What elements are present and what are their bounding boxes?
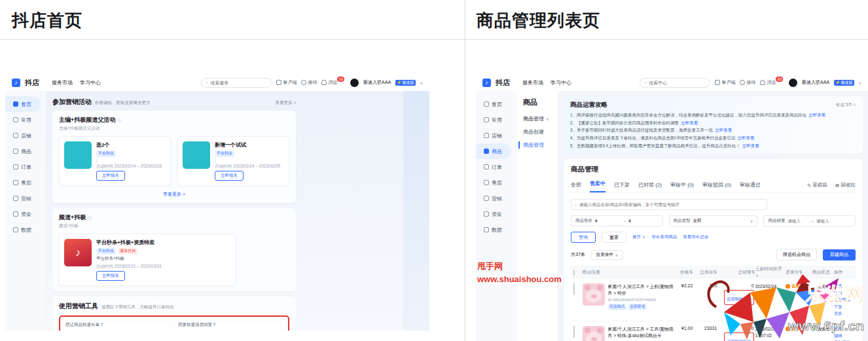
price-min-input[interactable] [600,219,621,223]
sales-filter[interactable]: 商品销量 – [763,215,856,226]
tab-approved[interactable]: 审核通过 [740,181,761,192]
sidebar-item-goods[interactable]: 商品 [476,143,511,159]
tab-banned[interactable]: 已封禁 (2) [638,181,662,192]
tab-in-review[interactable]: 审核中 (0) [670,181,694,192]
campaign-see-more-link[interactable]: 查看更多 > [275,100,296,106]
op-preview-link[interactable]: 预览 [834,283,853,289]
flash-sale-highlight-box: 设置限时抢购 [724,332,754,341]
submenu-item-product-create[interactable]: 商品创建 [523,128,558,135]
sidebar-item-common[interactable]: 常用 [476,112,516,128]
guide-collapse-control[interactable]: 收起 5/5 ∧ [836,102,856,108]
campaign-card[interactable]: ♪ 平台秒杀+抖极+资质特卖 平台秒杀 服务扶持 平台秒杀+抖极 活动时间 20… [59,234,236,286]
sidebar-item-orders[interactable]: 订单 [5,159,46,175]
op-edit-link[interactable]: 编辑 [834,291,853,296]
select-all-checkbox[interactable] [573,270,575,276]
sales-max-input[interactable] [816,219,837,223]
recycle-bin-button[interactable]: ♻回收站 [835,182,856,188]
sidebar-item-common[interactable]: 常用 [5,112,46,128]
header-price[interactable]: 价格⇅ [675,269,695,276]
row-checkbox[interactable] [573,325,575,338]
submenu-item-product-manage[interactable]: 商品管理 [518,141,558,149]
campaign-card-title: 新增一个试试 [215,141,280,149]
nav-search[interactable]: ⌕ [201,78,272,88]
price-max-input[interactable] [634,219,655,223]
nav-client-button[interactable]: 客户端 [276,79,297,86]
drafts-button[interactable]: ✎草稿箱 [807,182,827,188]
more-campaigns-link[interactable]: 查看更多 > [59,191,289,198]
expand-filters-link[interactable]: 展开 ∨ [632,234,645,240]
nav-search-input[interactable] [649,81,706,85]
set-flash-sale-link[interactable]: 设置限时抢购 [727,296,751,301]
sales-min-input[interactable] [787,219,808,223]
price-filter[interactable]: 商品售价 ¥ – ¥ [571,215,663,226]
signup-button[interactable]: 立即报名 [96,271,125,281]
sidebar-item-home[interactable]: 首页 [5,96,41,112]
nav-search[interactable]: ⌕ [640,78,710,88]
new-product-button[interactable]: 新建商品 [823,249,856,260]
sidebar-item-data[interactable]: 数据 [476,222,516,238]
nav-service-market[interactable]: 服务市场 [522,79,543,86]
header-sales[interactable]: 总销量⇅ [719,269,755,276]
product-title[interactable]: 家庭/个人清洁工具 > 上机/宠物用具 > 特价 [608,283,676,295]
sidebar-item-home[interactable]: 首页 [476,96,516,112]
sidebar-item-aftersales[interactable]: 售后 [5,175,46,190]
sidebar-item-marketing[interactable]: 营销 [476,190,516,206]
nav-message-button[interactable]: 消息 20 [760,79,784,86]
nav-message-button[interactable]: 消息 20 [321,79,346,86]
guide-item-link[interactable]: 立即查看 [737,135,754,140]
reset-button[interactable]: 重置 [602,232,626,243]
sidebar-item-shop[interactable]: 店铺 [476,128,516,143]
nav-client-button[interactable]: 客户端 [715,79,735,86]
export-history-link[interactable]: 查看导出记录 [683,234,708,240]
batch-actions-select[interactable]: 批量操作∨ [591,250,623,260]
product-search-input[interactable] [579,202,763,207]
header-listed-time[interactable]: 上架时间降序 ∨ [755,266,786,279]
chevron-down-icon[interactable]: ∨ [859,81,861,85]
header-quality-score[interactable]: 质量分⇅ [786,269,812,276]
sidebar-item-aftersales[interactable]: 售后 [476,175,516,190]
nav-learning-center[interactable]: 学习中心 [80,79,101,86]
nav-service-market[interactable]: 服务市场 [52,79,73,86]
product-search[interactable]: ⌕ [571,199,767,210]
op-more-link[interactable]: 更多 [834,311,853,317]
tab-rejected[interactable]: 审核驳回 (0) [702,181,731,192]
avatar[interactable] [789,79,797,87]
nav-learning-center[interactable]: 学习中心 [551,79,571,86]
header-stock[interactable]: 总库存⇅ [695,269,719,276]
sidebar-item-funds[interactable]: 资金 [5,206,46,222]
tab-off-shelf[interactable]: 已下架 [614,181,630,192]
sidebar-item-data[interactable]: 数据 [5,222,46,238]
avatar[interactable] [350,79,359,87]
tab-on-sale[interactable]: 售卖中 [590,180,606,192]
op-preview-link[interactable]: 预览 [834,326,853,332]
guide-item-link[interactable]: 立即查看 [715,128,732,132]
type-filter-select[interactable]: 商品类型 全部 ∨ [669,215,758,226]
campaign-card[interactable]: 新增一个试试 平台秒杀 | 活动时间 2023/02/24 – 2023/02/… [177,136,289,186]
signup-button[interactable]: 立即报名 [215,171,244,181]
nav-reception-button[interactable]: 接待 [301,79,317,86]
op-edit-link[interactable]: 编辑 [834,333,853,339]
guide-item-link[interactable]: 立即查看 [742,143,759,148]
nav-search-input[interactable] [210,81,267,85]
tab-all[interactable]: 全部 [571,181,581,192]
nav-reception-button[interactable]: 接待 [740,79,755,86]
filter-opportunity-button[interactable]: 筛选机会商品 [776,249,817,260]
row-checkbox[interactable] [573,283,575,295]
product-title[interactable]: 家庭/个人清洁工具 > 工具/宠物用具 > 特殊-多sku测试商品卡 [608,326,676,338]
op-copy-link[interactable]: 复制商品 [834,297,853,303]
sidebar-item-orders[interactable]: 订单 [476,159,516,175]
signup-button[interactable]: 立即报名 [96,171,125,181]
submenu-group-product-management[interactable]: 商品管理 ∨ [523,115,558,122]
query-button[interactable]: 查询 [571,232,596,243]
sidebar-item-marketing[interactable]: 营销 [5,190,46,206]
tool-card: 想要快速清货回笼？ 3000+商家都在用，商品转化率平均提升25% 商品立减券 … [178,322,283,331]
chevron-down-icon[interactable]: ∨ [420,81,423,85]
guide-item-link[interactable]: 立即查看 [808,113,825,117]
campaign-card[interactable]: 选2个 平台秒杀 | 活动时间 2023/02/24 – 2023/02/28 … [59,136,171,186]
sidebar-item-funds[interactable]: 资金 [476,206,516,222]
export-query-link[interactable]: 导出查询商品 [651,234,677,240]
op-offshelf-link[interactable]: 下架 [834,304,853,310]
guide-item-link[interactable]: 立即查看 [681,120,698,125]
sidebar-item-shop[interactable]: 店铺 [5,128,46,143]
sidebar-item-goods[interactable]: 商品 [5,143,46,159]
